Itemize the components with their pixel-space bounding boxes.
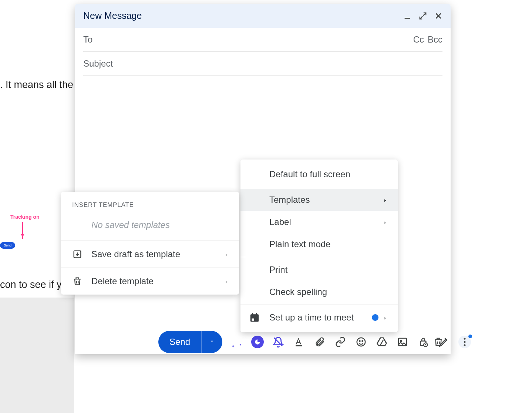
menu-default-full-screen[interactable]: Default to full screen <box>240 163 398 185</box>
menu-delete-template[interactable]: Delete template <box>61 268 239 295</box>
menu-separator <box>240 257 398 257</box>
compose-title: New Message <box>83 10 142 21</box>
fullscreen-icon[interactable] <box>419 12 427 20</box>
svg-point-3 <box>357 338 366 346</box>
subject-field[interactable]: Subject <box>83 52 442 76</box>
subject-placeholder: Subject <box>83 58 113 69</box>
submenu-arrow-icon <box>383 217 387 227</box>
menu-templates[interactable]: Templates <box>240 189 398 211</box>
svg-rect-18 <box>256 313 257 315</box>
templates-empty-label: No saved templates <box>61 215 239 241</box>
svg-point-11 <box>464 341 466 343</box>
svg-rect-2 <box>296 345 302 346</box>
to-label: To <box>83 34 92 45</box>
cc-button[interactable]: Cc <box>413 34 424 45</box>
bcc-button[interactable]: Bcc <box>428 34 442 45</box>
more-options-menu: Default to full screen Templates Label P… <box>240 160 398 332</box>
svg-rect-19 <box>252 319 254 321</box>
menu-templates-label: Templates <box>269 195 310 205</box>
menu-check-spelling[interactable]: Check spelling <box>240 281 398 303</box>
attach-file-icon[interactable] <box>313 336 326 348</box>
send-button-label[interactable]: Send <box>158 337 201 347</box>
menu-print[interactable]: Print <box>240 259 398 281</box>
svg-point-7 <box>400 340 402 342</box>
bg-arrow-annotation <box>22 222 23 239</box>
submenu-arrow-icon <box>383 195 387 205</box>
bg-dimmed-screenshot <box>0 298 74 413</box>
bg-tracking-label: Tracking on <box>10 214 40 220</box>
text-format-icon[interactable] <box>293 336 305 348</box>
discard-draft-button[interactable] <box>433 336 444 347</box>
trash-icon <box>72 276 83 286</box>
minimize-icon[interactable] <box>403 12 411 20</box>
menu-delete-template-label: Delete template <box>91 276 154 286</box>
new-feature-dot <box>372 314 378 321</box>
menu-separator <box>240 305 398 305</box>
menu-plain-text[interactable]: Plain text mode <box>240 233 398 255</box>
menu-save-draft-as-template[interactable]: Save draft as template <box>61 241 239 268</box>
svg-rect-17 <box>252 313 253 315</box>
menu-default-full-screen-label: Default to full screen <box>269 169 350 179</box>
extension-bell-off-icon[interactable] <box>272 336 284 348</box>
svg-point-4 <box>359 340 360 342</box>
extension-sparkle-icon[interactable] <box>230 336 243 348</box>
close-icon[interactable] <box>434 12 442 20</box>
more-options-badge <box>468 335 472 338</box>
menu-label-label: Label <box>269 217 291 227</box>
menu-plain-text-label: Plain text mode <box>269 239 330 249</box>
svg-point-10 <box>464 338 466 340</box>
templates-header: INSERT TEMPLATE <box>61 195 239 215</box>
extension-tracking-icon[interactable] <box>251 336 264 348</box>
compose-toolbar: Send <box>158 330 471 354</box>
save-icon <box>72 249 83 259</box>
confidential-mode-icon[interactable] <box>417 336 430 348</box>
menu-print-label: Print <box>269 265 287 275</box>
menu-set-up-meeting-label: Set up a time to meet <box>269 312 354 323</box>
to-field[interactable]: To Cc Bcc <box>83 28 442 52</box>
insert-photo-icon[interactable] <box>396 336 409 348</box>
insert-drive-icon[interactable] <box>376 336 388 348</box>
compose-header: New Message <box>75 4 451 28</box>
send-more-options-button[interactable] <box>202 338 222 346</box>
menu-label[interactable]: Label <box>240 211 398 233</box>
menu-separator <box>240 187 398 187</box>
menu-save-draft-label: Save draft as template <box>91 249 180 259</box>
svg-point-12 <box>464 344 466 346</box>
submenu-arrow-icon <box>224 276 229 286</box>
templates-submenu: INSERT TEMPLATE No saved templates Save … <box>61 192 239 295</box>
menu-check-spelling-label: Check spelling <box>269 287 327 297</box>
more-options-button[interactable] <box>458 336 471 348</box>
submenu-arrow-icon <box>383 312 387 323</box>
submenu-arrow-icon <box>224 249 229 259</box>
bg-mini-send-button: Send <box>0 242 15 249</box>
send-button[interactable]: Send <box>158 331 222 353</box>
svg-point-5 <box>362 340 363 342</box>
calendar-icon <box>249 312 260 323</box>
insert-emoji-icon[interactable] <box>355 336 367 348</box>
insert-link-icon[interactable] <box>334 336 347 348</box>
menu-set-up-meeting[interactable]: Set up a time to meet <box>240 306 398 329</box>
